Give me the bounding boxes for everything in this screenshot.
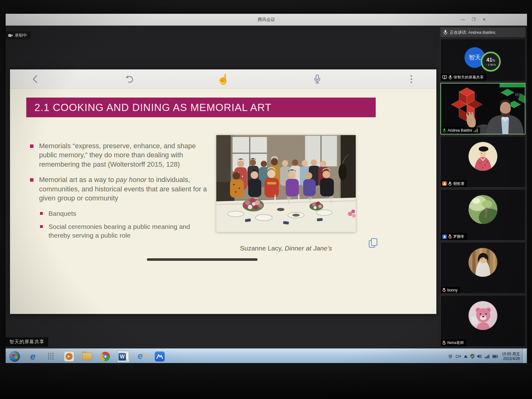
participant-name: 朝歌君 — [453, 181, 464, 186]
internet-explorer-button[interactable]: e — [136, 351, 148, 362]
sub-bullet-item: Social ceremonies bearing a public meani… — [40, 222, 208, 240]
input-language-indicator[interactable]: CH — [455, 354, 461, 359]
clock-date: 2022/4/29 — [502, 356, 520, 361]
laptop-screen: 腾讯会议 — ❐ ✕ 录制中 — [6, 14, 527, 364]
taskbar-clock[interactable]: 15:55 周五 2022/4/29 — [501, 352, 520, 361]
mic-on-icon — [443, 128, 446, 133]
bullet-marker — [40, 212, 43, 215]
bullet-marker — [30, 178, 33, 182]
security-shield-icon[interactable] — [470, 354, 474, 359]
signal-bars-icon — [474, 129, 478, 132]
caption-artist: Suzanne Lacy, — [240, 245, 285, 252]
participant-name-chip: 罗丽冬 — [441, 233, 467, 240]
video-tile-andrea-baldini[interactable]: ter Andrea Baldini — [440, 83, 525, 134]
dot-grid-icon — [48, 352, 54, 361]
avatar — [469, 248, 497, 277]
media-player-icon: ▶ — [64, 351, 74, 361]
start-button[interactable] — [9, 351, 21, 362]
edge-browser-button[interactable]: e — [27, 351, 39, 362]
system-tray: CH 15:55 周五 2022/4/29 — [448, 349, 527, 364]
pointer-hand-button[interactable]: ☝ — [216, 72, 230, 86]
mic-on-icon — [448, 181, 452, 186]
camera-icon — [8, 34, 13, 37]
word-button[interactable]: W — [118, 351, 129, 362]
shared-screen-stage: 录制中 ☝ — [6, 26, 439, 348]
tencent-meeting-icon — [155, 351, 165, 361]
meeting-app: 录制中 ☝ — [6, 26, 527, 348]
participant-name: 罗丽冬 — [453, 234, 464, 239]
undo-button[interactable] — [122, 72, 136, 86]
window-controls: — ❐ ✕ — [458, 14, 489, 25]
chrome-icon — [101, 352, 110, 361]
show-hidden-arrow[interactable] — [464, 355, 468, 358]
media-player-button[interactable]: ▶ — [63, 351, 75, 362]
chrome-button[interactable] — [99, 351, 111, 362]
video-tile-chaogejun[interactable]: 朝歌君 — [440, 136, 525, 188]
upload-speed: ↑ 2.8K/s — [486, 63, 496, 66]
slide-title-banner: 2.1 COOKING AND DINING AS MEMORIAL ART — [26, 98, 376, 117]
remote-control-grid-button[interactable] — [45, 351, 57, 362]
participant-name-chip: 朝歌君 — [441, 180, 467, 187]
dinner-photo — [216, 135, 356, 232]
edge-icon: e — [30, 352, 36, 361]
taskbar-apps: e ▶ W e — [6, 351, 448, 362]
mic-muted-icon — [448, 234, 452, 239]
participant-name: bunny — [447, 288, 458, 292]
network-status-badge: 41% ↑ 2.8K/s — [481, 52, 501, 72]
bullet-text-pre: Memorial art as a way to — [39, 176, 116, 184]
slide-title: 2.1 COOKING AND DINING AS MEMORIAL ART — [34, 102, 272, 114]
speaking-header-text: 正在讲话: Andrea Baldini; — [450, 30, 496, 35]
recording-indicator: 录制中 — [6, 31, 31, 39]
participant-name-chip: bunny — [441, 287, 460, 293]
tencent-meeting-button[interactable] — [154, 351, 166, 362]
video-tile-nena[interactable]: Nena老师 — [440, 295, 525, 347]
restore-button[interactable]: ❐ — [468, 14, 479, 25]
more-menu-button[interactable] — [404, 72, 418, 86]
caption-artwork-title: Dinner at Jane’s — [285, 245, 332, 252]
screen-share-status-chip: 智天的屏幕共享 — [6, 337, 48, 346]
clock-time: 15:55 周五 — [502, 352, 520, 356]
avatar — [469, 142, 497, 171]
sub-bullet-text: Social ceremonies bearing a public meani… — [48, 222, 208, 240]
windows-start-icon — [9, 351, 20, 362]
participant-name: Nena老师 — [447, 340, 464, 346]
microphone-icon — [449, 75, 452, 80]
word-icon: W — [118, 351, 128, 361]
video-tile-bunny[interactable]: bunny — [440, 242, 525, 294]
minimize-button[interactable]: — — [458, 14, 468, 25]
photo-caption: Suzanne Lacy, Dinner at Jane’s — [216, 245, 356, 252]
speaking-header: 正在讲话: Andrea Baldini; — [440, 28, 525, 37]
presentation-toolbar: ☝ — [10, 69, 436, 89]
back-button[interactable] — [28, 72, 42, 86]
close-button[interactable]: ✕ — [479, 14, 489, 25]
avatar — [469, 301, 497, 330]
show-desktop-button[interactable] — [523, 349, 526, 364]
screen-share-tile[interactable]: 智天 41% ↑ 2.8K/s 张智天的屏 — [440, 39, 525, 81]
microphone-button[interactable] — [310, 72, 324, 86]
volume-icon[interactable] — [477, 354, 482, 358]
andrea-video-frame — [441, 83, 525, 134]
network-icon[interactable] — [485, 355, 489, 358]
member-badge-icon — [442, 181, 447, 186]
hand-pointer-icon: ☝ — [217, 74, 229, 84]
background-watermark: ter — [515, 92, 520, 97]
member-badge-icon — [442, 235, 447, 239]
participant-name: Andrea Baldini — [448, 128, 472, 133]
participant-name-chip: Andrea Baldini — [441, 127, 480, 134]
bullet-marker — [40, 225, 43, 228]
hidden-icons-button[interactable] — [448, 354, 453, 359]
presentation-window: ☝ — [10, 69, 436, 314]
slide-scroll-indicator[interactable] — [147, 258, 258, 261]
laptop-body — [0, 363, 532, 399]
participants-panel: 正在讲话: Andrea Baldini; 智天 41% ↑ 2.8K/s — [439, 26, 527, 348]
battery-icon[interactable] — [492, 355, 498, 358]
video-tile-luolidong[interactable]: 罗丽冬 — [440, 189, 525, 241]
windows-taskbar: e ▶ W e CH — [6, 348, 527, 364]
bullet-text: Memorial art as a way to pay honor to in… — [39, 175, 208, 203]
window-titlebar: 腾讯会议 — ❐ ✕ — [6, 14, 527, 26]
share-tile-chip: 张智天的屏幕共享 — [441, 74, 486, 81]
pages-copy-icon[interactable] — [369, 238, 378, 248]
network-percent-sign: % — [492, 59, 495, 62]
mic-muted-icon — [442, 288, 446, 292]
file-explorer-button[interactable] — [81, 351, 93, 362]
